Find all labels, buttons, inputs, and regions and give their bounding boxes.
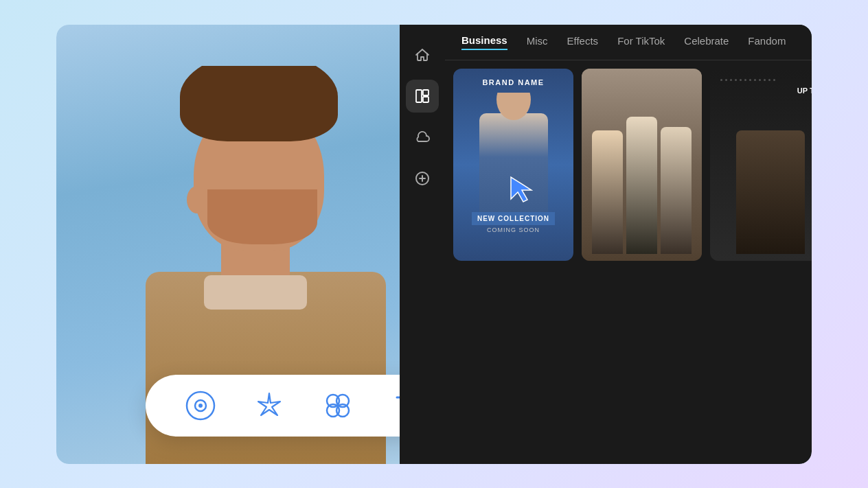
music-icon-button[interactable] — [181, 386, 220, 425]
sparkle-icon-button[interactable] — [250, 386, 288, 425]
svg-point-6 — [336, 404, 349, 417]
sidebar — [400, 25, 445, 464]
dot — [744, 79, 746, 81]
dot — [768, 79, 770, 81]
tab-misc[interactable]: Misc — [527, 35, 548, 49]
adjust-icon-button[interactable] — [319, 386, 357, 425]
template-card-2[interactable] — [582, 69, 702, 261]
dot — [740, 79, 742, 81]
tab-tiktok[interactable]: For TikTok — [617, 35, 665, 49]
tab-fandom[interactable]: Fandom — [748, 35, 786, 49]
dot — [749, 79, 751, 81]
svg-rect-7 — [416, 90, 422, 102]
card1-label: NEW COLLECTION COMING SOON — [453, 211, 573, 233]
dot — [725, 79, 727, 81]
dot — [754, 79, 756, 81]
content-area: BRAND NAME NEW COLLECTION — [445, 60, 812, 464]
dot — [730, 79, 732, 81]
svg-rect-8 — [423, 90, 429, 95]
right-panel: Business Misc Effects For TikTok Celebra… — [400, 25, 812, 464]
sidebar-home-button[interactable] — [406, 38, 439, 71]
main-container: Business Misc Effects For TikTok Celebra… — [56, 25, 812, 464]
dot — [720, 79, 722, 81]
sidebar-cloud-button[interactable] — [406, 121, 439, 154]
svg-rect-9 — [423, 97, 429, 102]
dot — [764, 79, 766, 81]
dot — [773, 79, 775, 81]
dot — [735, 79, 737, 81]
card1-brand-name: BRAND NAME — [453, 78, 573, 86]
template-card-3[interactable]: UP TO — [710, 69, 812, 261]
tab-business[interactable]: Business — [461, 34, 507, 50]
tab-effects[interactable]: Effects — [567, 35, 599, 49]
template-card-1[interactable]: BRAND NAME NEW COLLECTION — [453, 69, 573, 261]
dot — [759, 79, 761, 81]
sidebar-templates-button[interactable] — [406, 80, 439, 113]
card3-upto: UP TO — [797, 86, 812, 96]
sidebar-add-button[interactable] — [406, 162, 439, 195]
tab-bar: Business Misc Effects For TikTok Celebra… — [445, 25, 812, 60]
svg-point-2 — [198, 404, 203, 408]
tab-celebrate[interactable]: Celebrate — [684, 35, 729, 49]
